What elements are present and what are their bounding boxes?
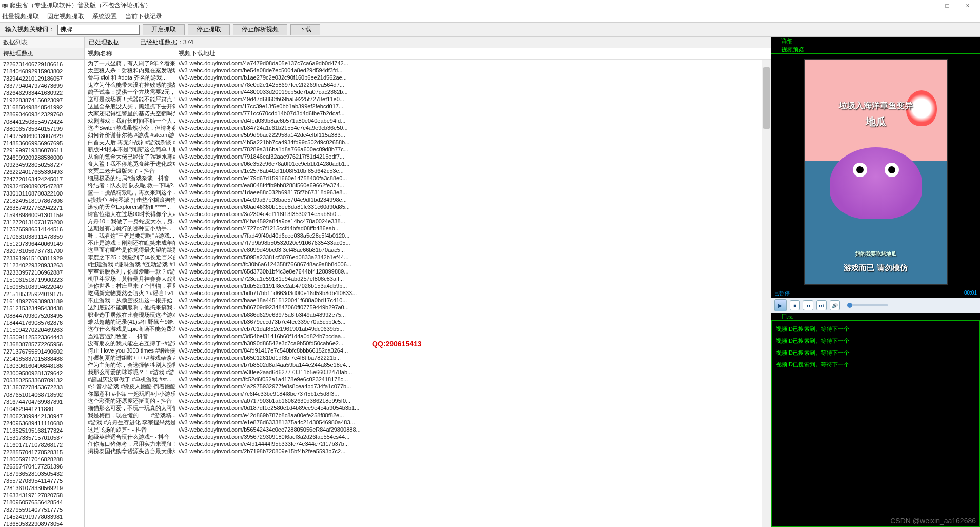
- pending-id[interactable]: 7228557041778528315: [3, 448, 81, 456]
- stop-parse-button[interactable]: 停止解析视频: [233, 24, 287, 35]
- close-button[interactable]: ×: [957, 2, 978, 9]
- table-row[interactable]: 白首夫人后 再无斗战神#游戏杂谈 #...//v3-webc.douyinvod…: [85, 139, 771, 146]
- pending-id[interactable]: 7214185837015838488: [3, 355, 81, 362]
- pending-id[interactable]: 7150985108994622049: [3, 283, 81, 290]
- stop-extract-button[interactable]: 停止提取: [188, 24, 230, 35]
- menu-item-1[interactable]: 固定视频提取: [47, 12, 84, 21]
- pending-id[interactable]: 7281361078330569219: [3, 484, 81, 492]
- pending-id[interactable]: 7180960576556428544: [3, 499, 81, 506]
- table-row[interactable]: 这到底能不能驯服啊，他搞来搞我...//v3-webc.douyinvod.co…: [85, 304, 771, 311]
- table-row[interactable]: 你愿意和 #小舞 一起玩吗#小小游乐...//v3-webc.douyinvod…: [85, 390, 771, 397]
- pending-id[interactable]: 7226731406729186616: [3, 61, 81, 68]
- table-row[interactable]: 我那么可爱的球球呢？！#游戏 #游...//v3-webc.douyinvod.…: [85, 368, 771, 376]
- pending-id[interactable]: 7136808785772265956: [3, 341, 81, 348]
- pending-id[interactable]: 7218249518197867806: [3, 197, 81, 204]
- pending-id[interactable]: 7230095809281379642: [3, 369, 81, 377]
- pending-id[interactable]: 7159489860091301159: [3, 211, 81, 219]
- table-row[interactable]: 这期是有心就行的哪种画小助手...//v3-webc.douyinvod.com…: [85, 225, 771, 232]
- table-row[interactable]: #抖音小游戏 #橡皮人跑酷 倒着跑酷...//v3-webc.douyinvod…: [85, 383, 771, 390]
- menu-item-2[interactable]: 系统设置: [92, 12, 117, 21]
- table-row[interactable]: 这些Switch游戏虽然小众，但请务必...//v3-webc.douyinvo…: [85, 124, 771, 131]
- table-row[interactable]: 戏剧游戏：我好长时间不触一个人...//v3-webc.douyinvod.co…: [85, 117, 771, 124]
- pending-id[interactable]: 7355727039541147775: [3, 477, 81, 484]
- pending-id[interactable]: 7262224017665330493: [3, 168, 81, 175]
- pending-id[interactable]: 7240963689411110680: [3, 420, 81, 427]
- pending-id[interactable]: 7151061518719900223: [3, 276, 81, 283]
- pending-id[interactable]: 7093245908902547287: [3, 183, 81, 190]
- pending-id[interactable]: 7149758069013007629: [3, 132, 81, 140]
- pending-id[interactable]: 7161489276938983189: [3, 298, 81, 305]
- pending-id-list[interactable]: 7226731406729186616718404689291590380273…: [0, 60, 84, 527]
- scrollbar-thumb[interactable]: [763, 67, 770, 129]
- table-row[interactable]: 掲粉泰国代购拿货源头曾台最大佛牌//v3-webc.douyinvod.com/…: [85, 447, 771, 455]
- pending-id[interactable]: 7180059717046828288: [3, 456, 81, 463]
- pending-id[interactable]: 7155091125523364443: [3, 334, 81, 341]
- table-row[interactable]: 职业选手居然在比赛现场玩这些游戏...//v3-webc.douyinvod.c…: [85, 311, 771, 318]
- keyword-input[interactable]: [57, 25, 140, 35]
- pending-id[interactable]: 7326462933441630922: [3, 89, 81, 96]
- table-row[interactable]: 作为主角的你，会选择牺牲别人捞救...//v3-webc.douyinvod.c…: [85, 361, 771, 368]
- stop-button[interactable]: ■: [790, 300, 800, 310]
- table-row[interactable]: 当难言遇到牧童... - 抖音//v3-webc.douyinvod.com/3…: [85, 333, 771, 340]
- pending-id[interactable]: 7113525195168177324: [3, 427, 81, 434]
- pending-id[interactable]: 7115094270220469263: [3, 326, 81, 334]
- pending-id[interactable]: 7163343197127820758: [3, 492, 81, 499]
- menu-item-0[interactable]: 批量视频提取: [2, 12, 39, 21]
- pending-id[interactable]: 7088447093075203495: [3, 312, 81, 319]
- pending-id[interactable]: 7053502553368709132: [3, 377, 81, 384]
- pending-id[interactable]: 7233919615103811929: [3, 255, 81, 262]
- pending-id[interactable]: 7180623099442130947: [3, 413, 81, 420]
- video-preview[interactable]: 垃圾入海洋章鱼变异 地瓜 妈的我要吃烤地瓜 游戏而已 请勿模仿: [771, 54, 980, 290]
- minimize-button[interactable]: —: [916, 2, 937, 9]
- pending-id[interactable]: 7087651014068718592: [3, 391, 81, 398]
- table-row[interactable]: 太空狼人杀：射狼和内鬼在案发现场...//v3-webc.douyinvod.c…: [85, 67, 771, 74]
- volume-slider[interactable]: [847, 304, 888, 306]
- table-row[interactable]: 密室逃脱系列，你最爱哪一款？#游...//v3-webc.douyinvod.c…: [85, 268, 771, 275]
- pending-id[interactable]: 7148536069956967695: [3, 140, 81, 147]
- pending-id[interactable]: 7246099209288536000: [3, 154, 81, 161]
- scrollbar[interactable]: [762, 60, 771, 527]
- table-row[interactable]: 玄冥二老升级版来了 - 抖音//v3-webc.douyinvod.com/1e…: [85, 167, 771, 174]
- table-row[interactable]: 方舟10：我做了一身蛇皮大衣，身...//v3-webc.douyinvod.c…: [85, 218, 771, 225]
- pending-id[interactable]: 7112340229328933263: [3, 262, 81, 269]
- table-row[interactable]: 没有朋友的我只能左右互搏了~#游戏...//v3-webc.douyinvod.…: [85, 340, 771, 347]
- pending-id[interactable]: 7327955914077517775: [3, 506, 81, 513]
- pending-id[interactable]: 7184441769085762876: [3, 319, 81, 326]
- download-button[interactable]: 下载: [290, 24, 320, 35]
- pending-id[interactable]: 7316850498848541992: [3, 104, 81, 111]
- pending-id[interactable]: 7175765986514144516: [3, 226, 81, 233]
- table-row[interactable]: 何止 I love you 3000 times #钢铁侠 #...//v3-w…: [85, 347, 771, 354]
- table-row[interactable]: 这是飞扬的旋笋~ - 抖音//v3-webc.douyinvod.com/b56…: [85, 426, 771, 433]
- table-row[interactable]: 这可是战场啊！武器能不能严肃点！...//v3-webc.douyinvod.c…: [85, 95, 771, 103]
- table-row[interactable]: 如何评价谢菲尔德 #游戏 #steam游...//v3-webc.douyinv…: [85, 131, 771, 139]
- pending-id[interactable]: 7263874927762942271: [3, 204, 81, 211]
- maximize-button[interactable]: □: [937, 2, 957, 9]
- table-row[interactable]: 超级英雄适合玩什么游戏~ - 抖音//v3-webc.douyinvod.com…: [85, 433, 771, 440]
- pending-id[interactable]: 7151207396440069149: [3, 240, 81, 247]
- pending-id[interactable]: 7323309572106962887: [3, 269, 81, 276]
- table-row[interactable]: 猫猫那么可爱，不玩一玩真的太可惜...//v3-webc.douyinvod.c…: [85, 404, 771, 412]
- table-row[interactable]: 从前的氪金大佬已经没了?#逆水寒#...//v3-webc.douyinvod.…: [85, 153, 771, 160]
- table-row[interactable]: 不止游戏：从偷空拔出这一根开始，...//v3-webc.douyinvod.c…: [85, 297, 771, 304]
- pending-id[interactable]: 7271376755591490602: [3, 348, 81, 355]
- table-row[interactable]: 新版H4根本不是"到底"这么简单！后...//v3-webc.douyinvod…: [85, 146, 771, 153]
- pending-id[interactable]: 7145241919778033981: [3, 513, 81, 520]
- mute-button[interactable]: 🔊: [830, 300, 840, 310]
- pending-id[interactable]: 7380065735340157199: [3, 125, 81, 132]
- table-row[interactable]: 机甲斗罗场，莫特曼月神赛赛大战竟...//v3-webc.douyinvod.c…: [85, 275, 771, 282]
- table-row[interactable]: #游戏 #方舟生存进化 李宗捏果然是...//v3-webc.douyinvod…: [85, 419, 771, 426]
- table-row[interactable]: 这个彩蛋的还原度还挺高的 - 抖音//v3-webc.douyinvod.com…: [85, 397, 771, 404]
- prev-button[interactable]: ⏮: [803, 300, 813, 310]
- pending-id[interactable]: 7170631038911478359: [3, 233, 81, 240]
- pending-id[interactable]: 7320781056737731700: [3, 247, 81, 255]
- pending-id[interactable]: 7286904609342329760: [3, 111, 81, 118]
- play-button[interactable]: ▶: [774, 299, 787, 311]
- table-row[interactable]: 任你海口猪像考，只用实力来硬征！...//v3-webc.douyinvod.c…: [85, 440, 771, 447]
- pending-id[interactable]: 7151215323495438438: [3, 305, 81, 312]
- table-row[interactable]: 这有什么游戏是Epic商场不能免费送...//v3-webc.douyinvod…: [85, 325, 771, 333]
- table-row[interactable]: 大家还记得红警里的基诺夫空翻吗@...//v3-webc.douyinvod.c…: [85, 110, 771, 117]
- pending-id[interactable]: 7215185325924019175: [3, 290, 81, 298]
- pending-id[interactable]: 7153173357157010537: [3, 434, 81, 441]
- pending-id[interactable]: 7265574704177251396: [3, 463, 81, 470]
- pending-id[interactable]: 7316744704769987891: [3, 398, 81, 405]
